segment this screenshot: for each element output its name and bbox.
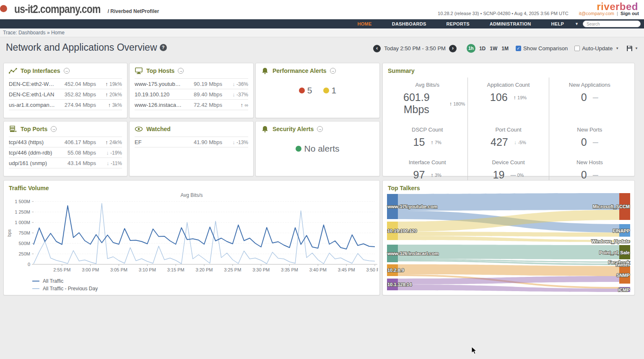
legend-item[interactable]: All Traffic - Previous Day <box>32 285 379 292</box>
list-row[interactable]: tcp/443 (https)406.17 Mbps↑ 24k% <box>9 137 122 147</box>
trend-pct: ∞ <box>244 102 248 108</box>
metric-trend: — 0% <box>510 172 524 178</box>
sankey-flow[interactable] <box>398 264 619 276</box>
list-row[interactable]: DEN-CE:eth1-LAN352.82 Mbps↑ 20k% <box>9 89 122 100</box>
metric-label: Port Count <box>470 127 546 133</box>
list-row[interactable]: udp/161 (snmp)43.14 Mbps↓ -11% <box>9 158 122 168</box>
auto-update-checkbox[interactable]: Auto-Update ▼ <box>574 45 619 52</box>
goto-report-icon[interactable]: → <box>317 126 323 132</box>
nav-overflow-caret-icon[interactable]: ▼ <box>575 22 579 26</box>
save-caret-icon[interactable]: ▼ <box>635 46 638 50</box>
row-trend: ↑ ∞ <box>222 102 248 108</box>
svg-text:1 000M: 1 000M <box>15 220 30 225</box>
top-hosts-card: Top Hosts → www-175.youtube.com90.19 Mbp… <box>129 63 254 118</box>
trend-pct: -19% <box>110 150 122 156</box>
row-trend: ↑ 3k% <box>96 102 122 108</box>
list-row[interactable]: www-126.instacart.com72.42 Mbps↑ ∞ <box>135 100 248 110</box>
sankey-flow[interactable] <box>398 236 619 242</box>
traffic-volume-chart[interactable]: 0250M500M750M1 000M1 250M1 500M2:55 PM3:… <box>5 198 378 276</box>
svg-text:500M: 500M <box>18 241 30 246</box>
summary-metric: Port Count427↓ -5% <box>468 122 549 155</box>
metric-value: 0 <box>581 136 587 148</box>
card-title: Watched <box>146 126 171 132</box>
sankey-flow[interactable] <box>398 276 619 284</box>
nav-item-dashboards[interactable]: DASHBOARDS <box>382 21 436 26</box>
list-row[interactable]: tcp/446 (ddm-rdb)55.08 Mbps↓ -19% <box>9 147 122 158</box>
account-email-link[interactable]: it@company.com <box>579 11 614 16</box>
goto-report-icon[interactable]: → <box>178 68 184 74</box>
trend-pct: -5% <box>518 140 526 145</box>
help-icon[interactable]: ? <box>160 44 167 51</box>
nav-item-home[interactable]: HOME <box>347 21 382 26</box>
alert-count[interactable]: 5 <box>299 85 312 96</box>
auto-update-caret-icon[interactable]: ▼ <box>615 46 619 50</box>
status-dot-icon <box>296 146 301 152</box>
row-label: 10.19.100.120 <box>135 91 182 98</box>
product-name: / Riverbed NetProfiler <box>108 8 159 14</box>
search-input[interactable] <box>583 21 641 27</box>
performance-alerts-card: Performance Alerts → 51 <box>255 63 380 118</box>
list-row[interactable]: www-175.youtube.com90.19 Mbps↓ -36% <box>135 79 248 89</box>
sankey-flow[interactable] <box>398 284 619 292</box>
metric-trend: ↑ 19% <box>514 94 527 101</box>
trend-pct: -13% <box>236 139 248 145</box>
list-row[interactable]: us-ar1.it.company.com:DE...274.94 Mbps↑ … <box>9 100 122 110</box>
save-button[interactable]: ▼ <box>626 45 638 52</box>
interval-1m-button[interactable]: 1M <box>501 46 509 52</box>
nav-item-administration[interactable]: ADMINISTRATION <box>480 21 541 26</box>
row-trend: ↑ 20k% <box>96 91 122 98</box>
legend-item[interactable]: All Traffic <box>32 277 379 285</box>
list-row[interactable]: 10.19.100.12089.40 Mbps↓ -37% <box>135 89 248 100</box>
bell-icon <box>261 67 269 74</box>
sankey-node-label: ICMP <box>618 287 630 292</box>
svg-text:3:35 PM: 3:35 PM <box>281 267 298 272</box>
interval-1h-button[interactable]: 1h <box>467 44 475 53</box>
top-talkers-sankey[interactable]: www-175.youtube.com10.19.100.120www-126.… <box>384 192 633 294</box>
list-row[interactable]: EF41.90 Mbps↓ -13% <box>135 137 248 147</box>
nav-item-reports[interactable]: REPORTS <box>436 21 480 26</box>
metric-label: New Hosts <box>552 159 628 165</box>
list-row[interactable]: DEN-CE:eth2-WAN452.04 Mbps↑ 19k% <box>9 79 122 89</box>
alert-number: 5 <box>307 85 312 96</box>
trend-arrow-icon: ↑ <box>431 139 434 145</box>
row-trend: ↓ -36% <box>222 81 248 87</box>
chart-subtitle: Avg Bits/s <box>4 192 379 198</box>
time-next-button[interactable]: › <box>449 45 457 52</box>
metric-value: 106 <box>490 91 508 103</box>
row-label: www-175.youtube.com <box>135 81 182 87</box>
goto-report-icon[interactable]: → <box>330 68 336 74</box>
goto-report-icon[interactable]: → <box>64 68 70 74</box>
svg-text:3:45 PM: 3:45 PM <box>338 267 355 272</box>
top-interfaces-card: Top Interfaces → DEN-CE:eth2-WAN452.04 M… <box>3 63 127 118</box>
card-title: Performance Alerts <box>273 67 327 74</box>
card-title: Security Alerts <box>273 126 314 132</box>
sankey-node-label: Windows_Update <box>591 239 630 244</box>
row-label: DEN-CE:eth2-WAN <box>9 81 56 87</box>
interval-1w-button[interactable]: 1W <box>489 46 498 52</box>
row-trend: ↓ -19% <box>96 150 122 156</box>
sign-out-link[interactable]: Sign out <box>621 11 639 16</box>
floppy-disk-icon <box>626 45 633 52</box>
svg-text:3:50 PM: 3:50 PM <box>366 267 378 272</box>
sankey-node-label: Twitter <box>615 262 630 267</box>
goto-report-icon[interactable]: → <box>51 126 57 132</box>
time-prev-button[interactable]: ‹ <box>373 45 381 52</box>
trend-arrow-icon: ↓ <box>232 81 235 87</box>
card-title: Top Interfaces <box>21 67 60 74</box>
svg-text:2:55 PM: 2:55 PM <box>53 267 70 272</box>
trend-arrow-icon: ↑ <box>108 102 111 108</box>
show-comparison-checkbox-box[interactable]: ✓ <box>516 46 521 51</box>
row-value: 274.94 Mbps <box>56 102 96 108</box>
trend-arrow-icon: ↑ <box>431 172 434 178</box>
trend-pct: 7% <box>435 140 441 145</box>
interval-1d-button[interactable]: 1D <box>479 46 486 52</box>
sankey-flow[interactable] <box>398 232 619 237</box>
trend-pct: 20k% <box>109 92 122 98</box>
summary-card: Summary Avg Bits/s601.9 Mbps↑ 180%Applic… <box>382 63 635 176</box>
show-comparison-checkbox[interactable]: ✓ Show Comparison <box>516 45 568 52</box>
alert-count[interactable]: 1 <box>323 85 337 96</box>
breadcrumb[interactable]: Trace: Dashboards » Home <box>3 30 65 36</box>
nav-item-help[interactable]: HELP <box>541 21 574 26</box>
row-label: tcp/443 (https) <box>9 139 56 145</box>
auto-update-checkbox-box[interactable] <box>574 46 580 51</box>
